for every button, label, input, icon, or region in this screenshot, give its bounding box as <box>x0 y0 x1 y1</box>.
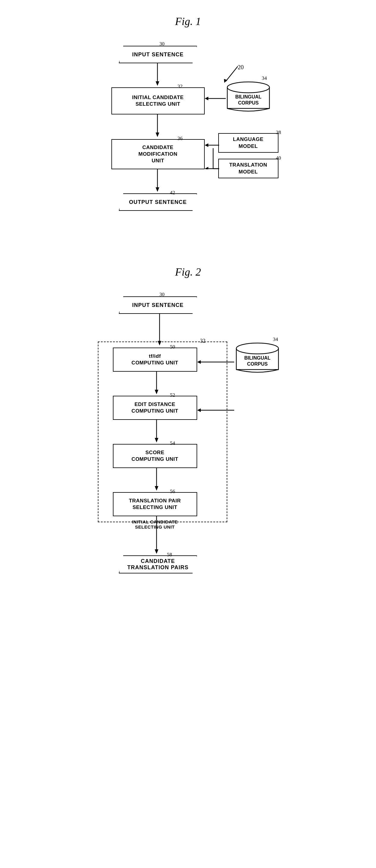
translation-pair-box: TRANSLATION PAIR SELECTING UNIT <box>113 492 197 516</box>
ref-30-fig1: 30 <box>160 41 165 47</box>
cylinder-svg-2: BILINGUAL CORPUS <box>233 340 281 376</box>
ref-30-fig2: 30 <box>160 291 165 298</box>
output-sentence-box: OUTPUT SENTENCE <box>119 193 197 211</box>
arrow-transmodel-to-cand <box>205 145 220 169</box>
ref-38-fig1: 38 <box>276 129 281 135</box>
svg-text:BILINGUAL: BILINGUAL <box>244 355 270 361</box>
bilingual-corpus-2: BILINGUAL CORPUS <box>233 340 281 376</box>
fig1-title: Fig. 1 <box>0 15 376 28</box>
translation-model-box: TRANSLATION MODEL <box>218 159 279 178</box>
arrow-corpus-to-initial <box>205 95 226 101</box>
svg-marker-18 <box>205 167 208 169</box>
svg-marker-16 <box>211 145 215 146</box>
arrow-cand-to-output <box>154 169 160 193</box>
ref-32-fig2: 32 <box>200 338 206 344</box>
edit-distance-box: EDIT DISTANCE COMPUTING UNIT <box>113 396 197 420</box>
candidate-modification-box: CANDIDATE MODIFICATION UNIT <box>112 139 205 169</box>
ref-36-fig1: 36 <box>178 135 183 142</box>
svg-text:CORPUS: CORPUS <box>238 100 259 105</box>
input-sentence-box-2: INPUT SENTENCE <box>119 297 197 314</box>
svg-marker-9 <box>205 97 208 100</box>
svg-text:BILINGUAL: BILINGUAL <box>235 94 261 99</box>
ref-34-fig1: 34 <box>262 75 267 81</box>
ref-52-fig2: 52 <box>170 392 175 398</box>
bilingual-corpus-1: BILINGUAL CORPUS <box>224 79 273 115</box>
initial-candidate-box-1: INITIAL CANDIDATE SELECTING UNIT <box>112 87 205 115</box>
ref-58-fig2: 58 <box>167 552 172 558</box>
ref-42-fig1: 42 <box>170 190 175 196</box>
ref-56-fig2: 56 <box>170 489 175 495</box>
ref-20-fig1: 20 <box>238 64 244 71</box>
ref-34-fig2: 34 <box>273 336 278 342</box>
candidate-translation-box: CANDIDATE TRANSLATION PAIRS <box>119 555 197 574</box>
cylinder-svg-1: BILINGUAL CORPUS <box>224 79 273 115</box>
arrow-input-to-initial <box>154 63 160 87</box>
ref-40-fig1: 40 <box>276 155 281 161</box>
tfidf-computing-box: tf/idf COMPUTING UNIT <box>113 347 197 372</box>
input-sentence-box-1: INPUT SENTENCE <box>119 46 197 63</box>
svg-point-3 <box>227 82 270 93</box>
arrow-initial-to-candidate <box>154 115 160 138</box>
figure-1: INPUT SENTENCE 30 INITIAL CANDIDATE SELE… <box>83 37 293 248</box>
svg-marker-38 <box>155 549 158 554</box>
fig2-title: Fig. 2 <box>0 266 376 278</box>
svg-point-24 <box>236 343 279 354</box>
page: Fig. 1 INPUT SENTENCE 30 INITIAL CANDIDA… <box>0 0 376 643</box>
figure-2: INPUT SENTENCE 30 32 tf/idf COMPUTING UN… <box>80 287 296 619</box>
language-model-box: LANGUAGE MODEL <box>218 133 279 153</box>
ref-54-fig2: 54 <box>170 440 175 446</box>
svg-text:CORPUS: CORPUS <box>247 362 268 367</box>
svg-marker-11 <box>156 132 159 137</box>
ref-50-fig2: 50 <box>170 344 175 350</box>
ref-32-fig1: 32 <box>178 84 183 89</box>
initial-candidate-dashed-label: INITIAL CANDIDATE SELECTING UNIT <box>110 519 200 529</box>
svg-marker-20 <box>156 187 159 192</box>
svg-marker-1 <box>156 81 159 86</box>
svg-marker-13 <box>205 143 208 147</box>
score-computing-box: SCORE COMPUTING UNIT <box>113 444 197 468</box>
arrow-langmodel-to-cand <box>205 142 220 148</box>
